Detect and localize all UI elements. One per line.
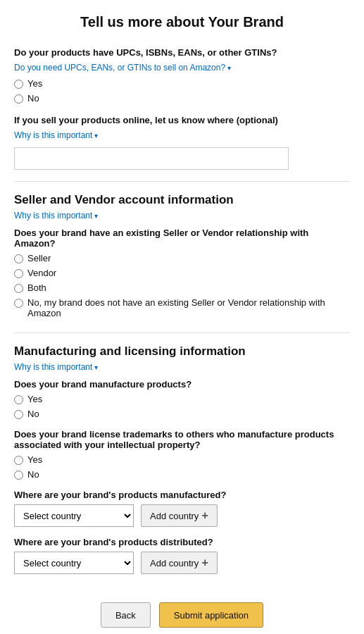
mfg-yes-option[interactable]: Yes	[14, 394, 350, 404]
upc-yes-option[interactable]: Yes	[14, 78, 350, 89]
online-url-input[interactable]	[14, 147, 289, 170]
manufacturing-link-arrow: ▾	[94, 363, 98, 371]
license-sub-section: Does your brand license trademarks to ot…	[14, 429, 350, 480]
submit-button[interactable]: Submit application	[159, 602, 263, 628]
page-title: Tell us more about Your Brand	[14, 14, 350, 30]
distributed-where-section: Where are your brand's products distribu…	[14, 537, 350, 574]
upc-link[interactable]: Do you need UPCs, EANs, or GTINs to sell…	[14, 63, 231, 73]
online-question: If you sell your products online, let us…	[14, 115, 350, 125]
sv-seller-option[interactable]: Seller	[14, 253, 350, 263]
license-radio-group: Yes No	[14, 454, 350, 480]
distributed-country-row: Select country Add country +	[14, 552, 350, 574]
add-distributed-plus-icon: +	[201, 557, 208, 569]
sv-vendor-option[interactable]: Vendor	[14, 268, 350, 278]
upc-no-option[interactable]: No	[14, 93, 350, 104]
footer-buttons: Back Submit application	[14, 602, 350, 628]
sv-both-option[interactable]: Both	[14, 282, 350, 293]
online-why-link[interactable]: Why is this important ▾	[14, 130, 98, 140]
back-button[interactable]: Back	[101, 602, 151, 628]
sv-no-radio[interactable]	[14, 299, 23, 308]
sv-no-option[interactable]: No, my brand does not have an existing S…	[14, 297, 350, 318]
sv-seller-radio[interactable]	[14, 254, 23, 263]
upc-no-radio[interactable]	[14, 94, 23, 104]
distributed-where-label: Where are your brand's products distribu…	[14, 537, 350, 547]
upc-radio-group: Yes No	[14, 78, 350, 104]
distributed-country-select[interactable]: Select country	[14, 552, 134, 574]
lic-yes-option[interactable]: Yes	[14, 454, 350, 465]
seller-vendor-link-arrow: ▾	[94, 212, 98, 220]
online-section: If you sell your products online, let us…	[14, 115, 350, 170]
manufacture-radio-group: Yes No	[14, 394, 350, 419]
online-link-arrow: ▾	[94, 132, 98, 139]
add-manufactured-plus-icon: +	[201, 509, 208, 522]
lic-no-radio[interactable]	[14, 471, 23, 480]
manufacturing-title: Manufacturing and licensing information	[14, 344, 350, 359]
manufacturing-section: Manufacturing and licensing information …	[14, 344, 350, 574]
mfg-no-option[interactable]: No	[14, 409, 350, 419]
seller-vendor-title: Seller and Vendor account information	[14, 193, 350, 207]
manufacture-sub-section: Does your brand manufacture products? Ye…	[14, 379, 350, 419]
mfg-no-radio[interactable]	[14, 410, 23, 419]
manufacture-question: Does your brand manufacture products?	[14, 379, 350, 390]
upc-question: Do your products have UPCs, ISBNs, EANs,…	[14, 47, 350, 58]
seller-vendor-radio-group: Seller Vendor Both No, my brand does not…	[14, 253, 350, 318]
sv-vendor-radio[interactable]	[14, 269, 23, 278]
manufactured-where-label: Where are your brand's products manufact…	[14, 490, 350, 500]
manufactured-country-row: Select country Add country +	[14, 504, 350, 527]
manufacturing-why-link[interactable]: Why is this important ▾	[14, 362, 98, 372]
manufactured-where-section: Where are your brand's products manufact…	[14, 490, 350, 527]
upc-link-arrow: ▾	[227, 64, 231, 72]
lic-no-option[interactable]: No	[14, 469, 350, 480]
upc-yes-radio[interactable]	[14, 80, 23, 89]
license-question: Does your brand license trademarks to ot…	[14, 429, 350, 450]
add-distributed-country-button[interactable]: Add country +	[141, 552, 218, 574]
add-manufactured-country-button[interactable]: Add country +	[141, 504, 218, 527]
upc-section: Do your products have UPCs, ISBNs, EANs,…	[14, 47, 350, 104]
seller-vendor-why-link[interactable]: Why is this important ▾	[14, 211, 98, 220]
sv-both-radio[interactable]	[14, 284, 23, 293]
mfg-yes-radio[interactable]	[14, 395, 23, 404]
seller-vendor-section: Seller and Vendor account information Wh…	[14, 193, 350, 318]
lic-yes-radio[interactable]	[14, 456, 23, 465]
seller-vendor-question: Does your brand have an existing Seller …	[14, 228, 350, 249]
manufactured-country-select[interactable]: Select country	[14, 504, 134, 527]
